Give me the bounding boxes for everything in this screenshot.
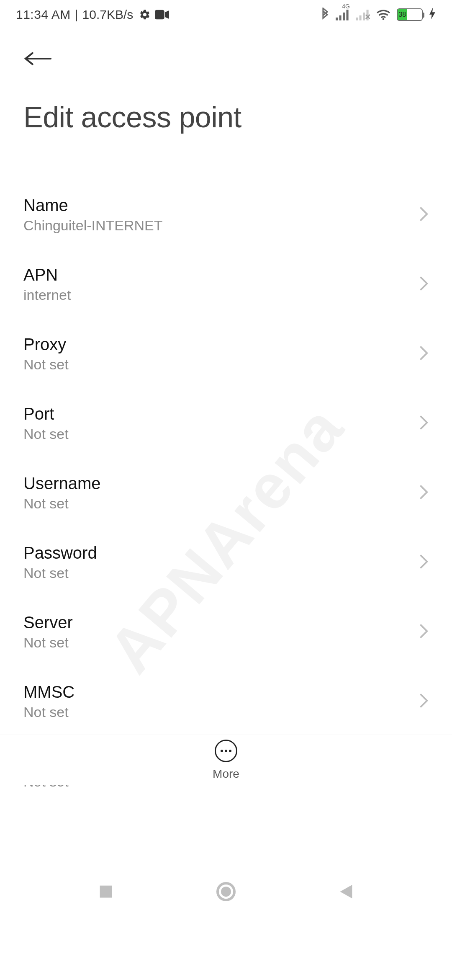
chevron-right-icon [419,206,429,223]
svg-rect-1 [336,18,338,21]
page-title: Edit access point [23,101,431,134]
chevron-right-icon [419,415,429,432]
settings-gear-icon [139,9,151,21]
row-value: Not set [23,426,69,442]
more-button[interactable] [215,740,237,762]
more-label: More [213,767,239,781]
row-username[interactable]: Username Not set [0,458,452,528]
row-label: Username [23,474,101,493]
chevron-right-icon [419,485,429,501]
chevron-right-icon [419,554,429,571]
navigation-bar [0,856,452,927]
nav-back-button[interactable] [334,879,359,904]
circle-icon [216,882,236,902]
row-server[interactable]: Server Not set [0,597,452,667]
bluetooth-icon [321,8,330,22]
triangle-left-icon [339,883,354,900]
svg-rect-6 [360,15,362,21]
svg-rect-2 [339,15,342,21]
row-value: internet [23,287,71,303]
row-value: Not set [23,565,97,581]
row-label: APN [23,266,71,284]
row-port[interactable]: Port Not set [0,389,452,458]
chevron-right-icon [419,693,429,710]
bottom-toolbar: More [0,735,452,785]
svg-rect-7 [363,13,365,21]
svg-rect-0 [155,10,164,20]
svg-rect-10 [100,886,112,898]
signal-sim1-icon: 4G [336,9,350,21]
row-proxy[interactable]: Proxy Not set [0,319,452,389]
row-label: Name [23,196,163,215]
row-value: Chinguitel-INTERNET [23,217,163,234]
back-button[interactable] [23,46,57,71]
dot-icon [221,750,223,752]
row-value: Not set [23,356,69,373]
row-label: Proxy [23,335,69,354]
svg-rect-3 [343,13,345,21]
svg-rect-5 [356,18,358,21]
row-apn[interactable]: APN internet [0,250,452,319]
chevron-right-icon [419,624,429,640]
nav-recents-button[interactable] [93,879,118,904]
row-value: Not set [23,634,73,651]
row-mmsc[interactable]: MMSC Not set [0,667,452,736]
settings-list: Name Chinguitel-INTERNET APN internet Pr… [0,180,452,806]
battery-percent: 38 [398,11,406,18]
row-label: Password [23,544,97,562]
chevron-right-icon [419,276,429,293]
row-label: Port [23,405,69,423]
status-bar: 11:34 AM | 10.7KB/s 4G 38 [0,0,452,29]
status-data-rate: 10.7KB/s [82,8,134,22]
signal-sim2-icon [356,9,370,21]
wifi-icon [376,9,391,21]
chevron-right-icon [419,346,429,362]
svg-rect-4 [347,10,349,20]
square-icon [98,884,113,899]
svg-point-9 [383,18,385,20]
row-label: MMSC [23,683,74,701]
status-separator: | [75,8,78,22]
network-type-label: 4G [342,3,350,10]
row-value: Not set [23,495,101,512]
row-password[interactable]: Password Not set [0,528,452,597]
svg-point-12 [221,887,231,897]
status-time: 11:34 AM [16,8,71,22]
video-camera-icon [155,10,169,20]
battery-icon: 38 [397,8,423,21]
nav-home-button[interactable] [213,879,239,904]
charging-bolt-icon [429,8,435,22]
row-name[interactable]: Name Chinguitel-INTERNET [0,180,452,250]
arrow-left-icon [23,50,53,67]
dot-icon [229,750,231,752]
row-value: Not set [23,704,74,720]
dot-icon [225,750,227,752]
row-label: Server [23,613,73,632]
